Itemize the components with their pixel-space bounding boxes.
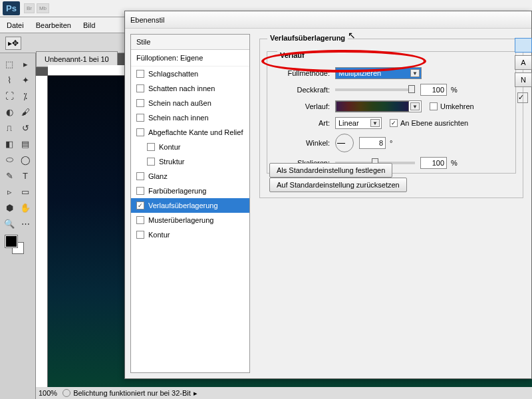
set-default-button[interactable]: Als Standardeinstellung festlegen [269,163,392,178]
style-color-overlay[interactable]: Farbüberlagerung [131,184,249,198]
align-checkbox[interactable]: ✓ [390,119,398,127]
angle-unit: ° [390,139,392,147]
3d-tool[interactable]: ⬢ [1,200,17,215]
style-stroke[interactable]: Kontur [131,227,249,242]
extra-tool[interactable]: ⋯ [17,215,33,231]
shape-tool[interactable]: ▭ [17,184,33,200]
heal-tool[interactable]: ◐ [1,104,17,120]
menu-edit[interactable]: Bearbeiten [36,21,71,29]
eyedropper-tool[interactable]: ⁒ [17,88,33,104]
wand-tool[interactable]: ✦ [17,72,33,88]
reset-default-button[interactable]: Auf Standardeinstellung zurücksetzen [269,178,407,192]
chevron-down-icon: ▼ [370,119,380,127]
bridge-icon[interactable]: Br [24,3,35,13]
angle-dial[interactable] [335,134,354,152]
styles-list: Stile Fülloptionen: Eigene Schlagschatte… [130,34,250,373]
ps-logo: Ps [3,1,20,15]
layer-style-dialog: Ebenenstil Stile Fülloptionen: Eigene Sc… [124,11,532,379]
style-outer-glow[interactable]: Schein nach außen [131,96,249,110]
zoom-tool[interactable]: 🔍 [1,215,17,231]
type-tool[interactable]: T [17,168,33,184]
lasso-tool[interactable]: ⌇ [1,72,17,88]
align-label: An Ebene ausrichten [400,119,468,127]
brush-tool[interactable]: 🖌 [17,104,33,120]
pen-tool[interactable]: ✎ [1,168,17,184]
warning-icon [63,389,70,397]
crop-tool[interactable]: ⛶ [1,88,17,104]
side-button-a[interactable]: A [515,55,532,70]
gradient-tool[interactable]: ▤ [17,136,33,152]
style-inner-glow[interactable]: Schein nach innen [131,110,249,125]
style-bevel-contour[interactable]: Kontur [131,140,249,154]
minibridge-icon[interactable]: Mb [37,3,49,13]
move-tool[interactable]: ▸ [17,56,33,72]
side-button-n[interactable]: N [515,72,532,87]
dialog-title: Ebenenstil [125,11,531,29]
opacity-label: Deckkraft: [273,86,330,94]
style-gradient-overlay[interactable]: ✓Verlaufsüberlagerung [131,198,249,213]
angle-value[interactable]: 8 [359,137,386,149]
style-bevel[interactable]: Abgeflachte Kante und Relief [131,125,249,140]
ruler-vertical [36,76,48,387]
tools-panel: ⬚▸ ⌇✦ ⛶⁒ ◐🖌 ⎍↺ ◧▤ ⬭◯ ✎T ▹▭ ⬢✋ 🔍⋯ [0,53,36,399]
eraser-tool[interactable]: ◧ [1,136,17,152]
chevron-down-icon: ▼ [410,102,420,110]
status-message: Belichtung funktioniert nur bei 32-Bit [73,389,191,397]
color-swatch[interactable] [1,235,34,255]
reverse-checkbox[interactable] [430,102,438,110]
opacity-value[interactable]: 100 [420,84,447,96]
path-tool[interactable]: ▹ [1,184,17,200]
preview-checkbox[interactable]: ✓ [517,92,528,103]
rect-select-tool[interactable]: ⬚ [1,56,17,72]
style-bevel-texture[interactable]: Struktur [131,154,249,169]
cursor-icon: ↖ [348,30,356,41]
blur-tool[interactable]: ⬭ [1,152,17,168]
style-label: Art: [273,119,330,127]
status-arrow-icon[interactable]: ▸ [194,389,198,398]
gradient-label: Verlauf: [273,102,330,110]
styles-header[interactable]: Stile [131,35,249,50]
style-drop-shadow[interactable]: Schlagschatten [131,66,249,81]
stamp-tool[interactable]: ⎍ [1,120,17,136]
dialog-side-buttons: A N ✓ [515,38,532,103]
subgroup-title: Verlauf [277,51,307,59]
style-pattern-overlay[interactable]: Musterüberlagerung [131,213,249,227]
group-title: Verlaufsüberlagerung [267,34,348,42]
style-satin[interactable]: Glanz [131,169,249,184]
hand-tool[interactable]: ✋ [17,200,33,215]
menu-file[interactable]: Datei [7,21,24,29]
blend-label: Füllmethode: [273,69,330,77]
fill-options[interactable]: Fülloptionen: Eigene [131,50,249,66]
angle-label: Winkel: [273,139,330,147]
gradient-preview [336,101,409,112]
settings-panel: Verlaufsüberlagerung Verlauf ↖ Füllmetho… [257,34,526,373]
blend-mode-select[interactable]: Multiplizieren▼ [335,67,422,79]
style-inner-shadow[interactable]: Schatten nach innen [131,81,249,96]
zoom-level[interactable]: 100% [39,389,57,397]
gradient-picker[interactable]: ▼ [335,100,422,112]
ok-button-edge[interactable] [515,38,532,53]
menu-image[interactable]: Bild [83,21,95,29]
reverse-label: Umkehren [440,102,474,110]
gradient-style-select[interactable]: Linear▼ [335,117,382,129]
chevron-down-icon: ▼ [410,69,420,77]
opacity-slider[interactable] [335,88,415,91]
dodge-tool[interactable]: ◯ [17,152,33,168]
opacity-unit: % [451,86,458,94]
move-tool-icon[interactable]: ▸✥ [5,37,21,50]
status-bar: 100% Belichtung funktioniert nur bei 32-… [36,387,532,399]
history-brush-tool[interactable]: ↺ [17,120,33,136]
